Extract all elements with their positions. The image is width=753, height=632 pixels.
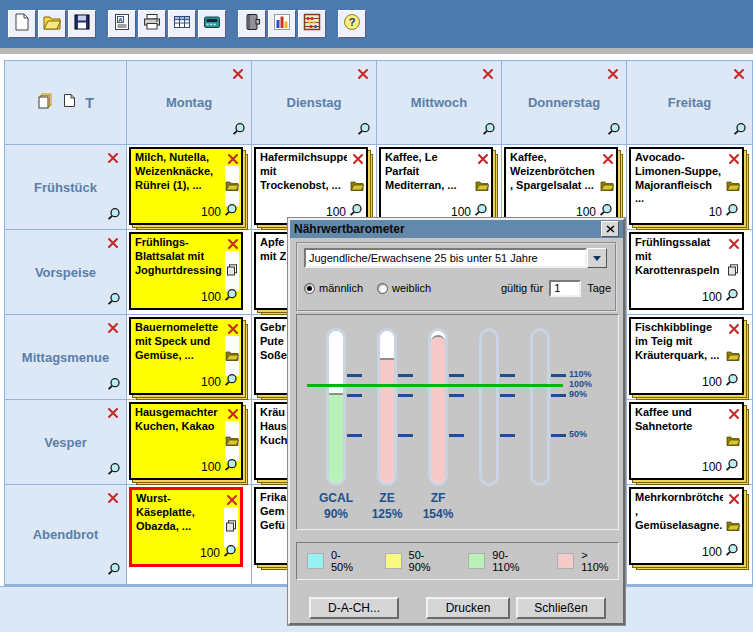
zoom-day-icon[interactable] bbox=[607, 122, 621, 140]
card-scroll-strip bbox=[224, 507, 238, 547]
male-radio[interactable] bbox=[304, 283, 315, 294]
delete-day-icon[interactable] bbox=[733, 66, 745, 84]
folder-icon[interactable] bbox=[225, 347, 239, 365]
copy-icon[interactable] bbox=[225, 518, 237, 536]
copy-icon[interactable] bbox=[727, 262, 739, 280]
delete-day-icon[interactable] bbox=[232, 66, 244, 84]
save-icon bbox=[72, 12, 92, 36]
toolbar-address-book-button[interactable] bbox=[238, 10, 266, 38]
day-header-1[interactable]: Dienstag bbox=[252, 61, 377, 145]
delete-meal-icon[interactable] bbox=[107, 235, 119, 253]
toolbar-report-button[interactable]: A bbox=[108, 10, 136, 38]
address-book-icon bbox=[242, 12, 262, 36]
zoom-meal-icon[interactable] bbox=[107, 377, 121, 395]
folder-icon[interactable] bbox=[475, 177, 489, 195]
meal-card[interactable]: Hafermilchsuppe mit Trockenobst, ... 100 bbox=[254, 147, 368, 225]
zoom-card-icon[interactable] bbox=[224, 373, 238, 391]
zoom-card-icon[interactable] bbox=[725, 458, 739, 476]
meal-card[interactable]: Avocado- Limonen-Suppe, Majoranfleisch .… bbox=[629, 147, 744, 225]
meal-row-label-1[interactable]: Vorspeise bbox=[5, 230, 127, 315]
barometer-bar-4 bbox=[530, 328, 550, 486]
zoom-card-icon[interactable] bbox=[224, 203, 238, 221]
folder-icon[interactable] bbox=[726, 177, 740, 195]
copy-icon[interactable] bbox=[226, 262, 238, 280]
axis-label-50: 50% bbox=[569, 429, 587, 439]
meal-card[interactable]: Frühlings- Blattsalat mit Joghurtdressin… bbox=[129, 232, 243, 310]
dialog-titlebar[interactable]: Nährwertbarometer bbox=[290, 220, 623, 238]
zoom-card-icon[interactable] bbox=[725, 543, 739, 561]
meal-card[interactable]: Frühlingssalat mit Karottenraspeln 100 bbox=[629, 232, 744, 310]
chart-icon bbox=[272, 12, 292, 36]
meal-card[interactable]: Fischkibblinge im Teig mit Kräuterquark,… bbox=[629, 317, 744, 395]
zoom-card-icon[interactable] bbox=[224, 288, 238, 306]
close-icon[interactable] bbox=[601, 221, 619, 237]
zoom-meal-icon[interactable] bbox=[107, 292, 121, 310]
validity-days-input[interactable] bbox=[549, 280, 581, 297]
folder-icon[interactable] bbox=[726, 347, 740, 365]
close-button[interactable]: Schließen bbox=[516, 597, 606, 619]
toolbar-save-button[interactable] bbox=[68, 10, 96, 38]
card-scroll-strip bbox=[726, 421, 740, 461]
axis-label-90: 90% bbox=[569, 389, 587, 399]
zoom-card-icon[interactable] bbox=[725, 373, 739, 391]
zoom-meal-icon[interactable] bbox=[107, 207, 121, 225]
age-group-value[interactable]: Jugendliche/Erwachsene 25 bis unter 51 J… bbox=[304, 248, 587, 268]
zoom-meal-icon[interactable] bbox=[107, 462, 121, 480]
folder-icon[interactable] bbox=[350, 177, 364, 195]
toolbar-calculator-button[interactable] bbox=[198, 10, 226, 38]
dach-button[interactable]: D-A-CH... bbox=[309, 597, 399, 619]
zoom-day-icon[interactable] bbox=[482, 122, 496, 140]
toolbar-chart-button[interactable] bbox=[268, 10, 296, 38]
zoom-day-icon[interactable] bbox=[357, 122, 371, 140]
delete-meal-icon[interactable] bbox=[107, 490, 119, 508]
toolbar-table-button[interactable] bbox=[168, 10, 196, 38]
folder-icon[interactable] bbox=[225, 177, 239, 195]
day-header-2[interactable]: Mittwoch bbox=[377, 61, 502, 145]
folder-icon[interactable] bbox=[600, 177, 614, 195]
zoom-card-icon[interactable] bbox=[224, 458, 238, 476]
meal-card[interactable]: Kaffee, Weizenbrötchen , Spargelsalat ..… bbox=[504, 147, 618, 225]
day-header-3[interactable]: Donnerstag bbox=[502, 61, 627, 145]
zoom-day-icon[interactable] bbox=[733, 122, 747, 140]
toolbar-abacus-button[interactable] bbox=[298, 10, 326, 38]
zoom-meal-icon[interactable] bbox=[107, 562, 121, 580]
toolbar-print-button[interactable] bbox=[138, 10, 166, 38]
folder-icon[interactable] bbox=[225, 432, 239, 450]
delete-day-icon[interactable] bbox=[357, 66, 369, 84]
folder-icon[interactable] bbox=[726, 432, 740, 450]
copy-documents-icon[interactable] bbox=[37, 93, 54, 113]
meal-card[interactable]: Mehrkornbrötche , Gemüselasagne. 100 bbox=[629, 487, 744, 565]
meal-card[interactable]: Kaffee, Le Parfait Mediterran, ... 100 bbox=[379, 147, 493, 225]
meal-row-label-3[interactable]: Vesper bbox=[5, 400, 127, 485]
toolbar-new-document-button[interactable] bbox=[8, 10, 36, 38]
calculator-icon bbox=[202, 12, 222, 36]
meal-card[interactable]: Milch, Nutella, Weizenknäcke, Rührei (1)… bbox=[129, 147, 243, 225]
delete-meal-icon[interactable] bbox=[107, 405, 119, 423]
folder-icon[interactable] bbox=[726, 517, 740, 535]
age-group-dropdown[interactable]: Jugendliche/Erwachsene 25 bis unter 51 J… bbox=[304, 248, 607, 268]
delete-meal-icon[interactable] bbox=[107, 150, 119, 168]
meal-card[interactable]: Wurst- Käseplatte, Obazda, ... 100 bbox=[129, 487, 243, 567]
document-icon[interactable] bbox=[63, 93, 76, 112]
meal-card[interactable]: Bauernomelette mit Speck und Gemüse, ...… bbox=[129, 317, 243, 395]
meal-card[interactable]: Hausgemachter Kuchen, Kakao 100 bbox=[129, 402, 243, 480]
chevron-down-icon[interactable] bbox=[587, 248, 607, 268]
zoom-card-icon[interactable] bbox=[725, 203, 739, 221]
female-radio[interactable] bbox=[377, 283, 388, 294]
meal-row-label-0[interactable]: Frühstück bbox=[5, 145, 127, 230]
meal-row-label-4[interactable]: Abendbrot bbox=[5, 485, 127, 585]
zoom-card-icon[interactable] bbox=[223, 544, 237, 562]
meal-card[interactable]: Kaffee und Sahnetorte 100 bbox=[629, 402, 744, 480]
print-button[interactable]: Drucken bbox=[426, 597, 510, 619]
zoom-day-icon[interactable] bbox=[232, 122, 246, 140]
delete-meal-icon[interactable] bbox=[107, 320, 119, 338]
day-header-0[interactable]: Montag bbox=[127, 61, 252, 145]
delete-day-icon[interactable] bbox=[607, 66, 619, 84]
day-header-4[interactable]: Freitag bbox=[627, 61, 752, 145]
axis-tick bbox=[449, 374, 464, 377]
delete-day-icon[interactable] bbox=[482, 66, 494, 84]
zoom-card-icon[interactable] bbox=[725, 288, 739, 306]
toolbar-help-button[interactable]: ? bbox=[338, 10, 366, 38]
toolbar-open-folder-button[interactable] bbox=[38, 10, 66, 38]
meal-row-label-2[interactable]: Mittagsmenue bbox=[5, 315, 127, 400]
